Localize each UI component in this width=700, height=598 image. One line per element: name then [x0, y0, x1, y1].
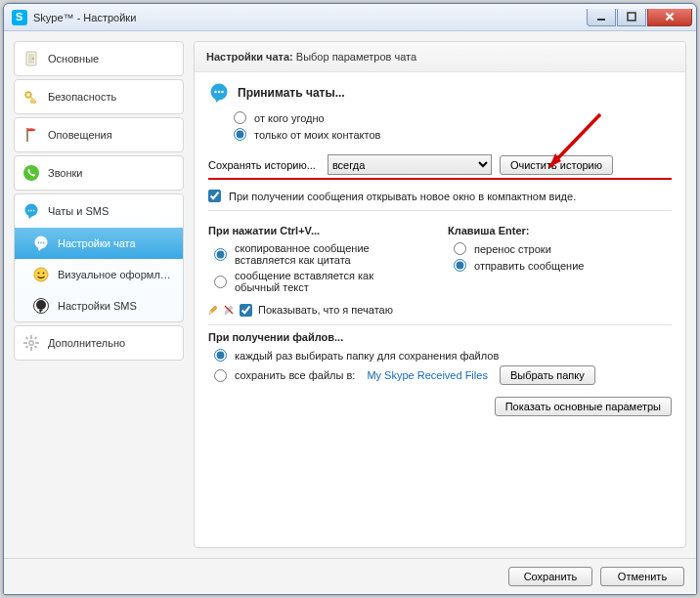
history-row: Сохранять историю... всегда Очистить ист… [208, 152, 672, 180]
radio-ctrlv-quote-input[interactable] [214, 248, 227, 261]
phone-icon [22, 164, 40, 182]
radio-label: только от моих контактов [254, 129, 380, 141]
svg-rect-25 [34, 336, 38, 340]
sidebar-label: Основные [48, 53, 99, 64]
svg-point-15 [43, 273, 45, 275]
dialog-footer: Сохранить Отменить [4, 558, 696, 594]
sidebar-item-advanced[interactable]: Дополнительно [15, 326, 183, 360]
sidebar-label: Настройки SMS [58, 300, 137, 312]
radio-accept-any-input[interactable] [234, 111, 246, 124]
history-label: Сохранять историю... [208, 159, 316, 171]
svg-rect-22 [35, 342, 39, 344]
sidebar-label: Оповещения [48, 129, 112, 141]
sidebar-label: Дополнительно [48, 337, 125, 349]
titlebar[interactable]: Skype™ - Настройки [4, 4, 696, 31]
cancel-button[interactable]: Отменить [600, 567, 684, 586]
radio-files-save[interactable]: сохранить все файлы в: My Skype Received… [208, 363, 672, 387]
radio-ctrlv-quote[interactable]: скопированное сообщение вставляется как … [208, 240, 432, 268]
sidebar-label: Чаты и SMS [48, 205, 109, 217]
radio-files-save-input[interactable] [214, 369, 227, 382]
sidebar-item-chats[interactable]: ⋯ Чаты и SMS [15, 194, 183, 228]
svg-rect-1 [628, 13, 635, 21]
client-area: Основные Безопасность Оповещения [4, 31, 696, 558]
radio-label: каждый раз выбирать папку для сохранения… [235, 350, 499, 362]
radio-enter-send[interactable]: отправить сообщение [448, 257, 672, 274]
radio-accept-contacts[interactable]: только от моих контактов [208, 126, 672, 143]
files-heading: При получении файлов... [208, 331, 672, 343]
radio-label: сообщение вставляется как обычный текст [235, 270, 420, 293]
radio-label: сохранить все файлы в: [235, 369, 355, 381]
svg-text:⋯: ⋯ [27, 206, 35, 215]
checkbox-compact[interactable]: При получении сообщения открывать новое … [208, 188, 672, 204]
radio-label: от кого угодно [254, 112, 325, 124]
svg-point-29 [214, 91, 216, 93]
svg-rect-20 [30, 347, 32, 351]
sidebar-item-security[interactable]: Безопасность [15, 80, 183, 113]
checkbox-typing-input[interactable] [240, 304, 252, 317]
checkbox-compact-input[interactable] [208, 190, 221, 202]
history-select[interactable]: всегда [328, 154, 492, 175]
choose-folder-button[interactable]: Выбрать папку [500, 365, 595, 385]
sidebar: Основные Безопасность Оповещения [14, 41, 184, 548]
window-buttons [586, 9, 692, 26]
sidebar-item-calls[interactable]: Звонки [15, 156, 183, 190]
checkbox-typing[interactable]: Показывать, что я печатаю [240, 304, 393, 317]
svg-point-8 [23, 165, 39, 181]
main-body: Принимать чаты... от кого угодно только … [195, 72, 685, 430]
sms-icon [32, 297, 50, 315]
accept-chats-heading: Принимать чаты... [238, 86, 345, 100]
received-folder-link[interactable]: My Skype Received Files [367, 369, 488, 381]
radio-ctrlv-plain-input[interactable] [214, 276, 227, 288]
svg-rect-0 [597, 19, 605, 21]
svg-point-27 [30, 342, 33, 345]
svg-rect-23 [25, 336, 29, 340]
pencil-icons [208, 303, 234, 317]
window-title: Skype™ - Настройки [33, 12, 136, 23]
enter-heading: Клавиша Enter: [448, 225, 672, 236]
svg-rect-26 [25, 345, 29, 349]
sidebar-label: Визуальное оформлен... [58, 269, 175, 280]
sidebar-item-sms[interactable]: Настройки SMS [15, 290, 183, 321]
svg-rect-24 [34, 345, 38, 349]
radio-enter-newline[interactable]: перенос строки [448, 240, 672, 257]
svg-point-14 [38, 273, 40, 275]
main-header-subtitle: Выбор параметров чата [293, 51, 416, 63]
svg-point-30 [218, 91, 220, 93]
pencil-disabled-icon [224, 304, 234, 316]
sidebar-item-visual[interactable]: Визуальное оформлен... [15, 259, 183, 290]
svg-rect-19 [30, 335, 32, 339]
sidebar-item-chat-settings[interactable]: ⋯ Настройки чата [15, 228, 183, 259]
radio-label: перенос строки [474, 243, 551, 255]
flag-icon [22, 126, 40, 144]
svg-point-4 [32, 58, 34, 60]
svg-point-31 [221, 91, 223, 93]
main-header-title: Настройки чата: [206, 51, 293, 63]
settings-window: Skype™ - Настройки Основные [3, 3, 697, 595]
checkbox-label: При получении сообщения открывать новое … [229, 191, 576, 202]
radio-enter-newline-input[interactable] [454, 242, 466, 255]
radio-files-ask[interactable]: каждый раз выбирать папку для сохранения… [208, 347, 672, 363]
checkbox-label: Показывать, что я печатаю [258, 304, 393, 316]
clear-history-button[interactable]: Очистить историю [500, 155, 613, 175]
save-button[interactable]: Сохранить [508, 567, 592, 586]
radio-enter-send-input[interactable] [454, 259, 466, 272]
door-icon [22, 50, 40, 67]
sidebar-item-general[interactable]: Основные [15, 42, 183, 75]
main-panel: Настройки чата: Выбор параметров чата Пр… [194, 41, 686, 548]
maximize-button[interactable] [617, 9, 646, 26]
show-basic-button[interactable]: Показать основные параметры [495, 397, 672, 416]
radio-label: скопированное сообщение вставляется как … [235, 242, 420, 266]
main-header: Настройки чата: Выбор параметров чата [195, 42, 685, 72]
sidebar-label: Настройки чата [58, 237, 136, 249]
sidebar-label: Безопасность [48, 91, 116, 103]
svg-point-17 [36, 300, 46, 310]
close-button[interactable] [647, 9, 692, 26]
radio-accept-any[interactable]: от кого угодно [208, 109, 672, 126]
chat-bubble-icon: ⋯ [32, 235, 50, 252]
radio-files-ask-input[interactable] [214, 349, 227, 362]
minimize-button[interactable] [587, 9, 616, 26]
radio-accept-contacts-input[interactable] [234, 128, 246, 141]
sidebar-item-alerts[interactable]: Оповещения [15, 118, 183, 151]
chat-bubble-icon: ⋯ [22, 202, 40, 220]
radio-ctrlv-plain[interactable]: сообщение вставляется как обычный текст [208, 268, 432, 295]
